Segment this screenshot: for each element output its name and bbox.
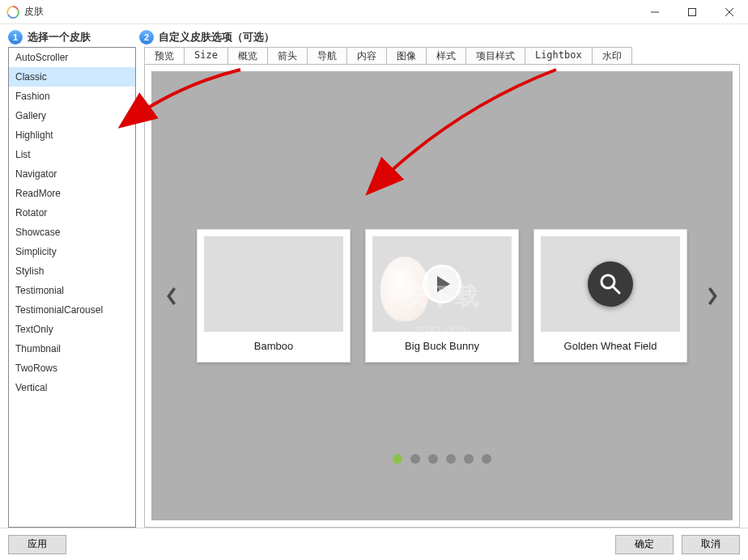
skin-item[interactable]: Highlight xyxy=(9,125,135,145)
app-icon xyxy=(6,6,19,19)
step-two-badge: 2 xyxy=(139,30,154,45)
apply-button[interactable]: 应用 xyxy=(8,535,66,554)
cancel-button[interactable]: 取消 xyxy=(682,535,740,554)
skin-item[interactable]: TestimonialCarousel xyxy=(9,300,135,320)
tab[interactable]: 水印 xyxy=(592,47,632,64)
ok-button[interactable]: 确定 xyxy=(615,535,674,554)
tab[interactable]: 项目样式 xyxy=(465,47,525,64)
tab[interactable]: Size xyxy=(184,47,228,64)
card-caption: Big Buck Bunny xyxy=(372,340,512,355)
skin-item[interactable]: TwoRows xyxy=(9,358,135,378)
skin-item[interactable]: Rotator xyxy=(9,203,135,223)
step-header: 1 选择一个皮肤 2 自定义皮肤选项（可选） xyxy=(0,24,748,47)
carousel-dot[interactable] xyxy=(446,454,456,464)
carousel-dot[interactable] xyxy=(464,454,474,464)
carousel-dot[interactable] xyxy=(410,454,420,464)
tab[interactable]: Lightbox xyxy=(525,47,593,64)
window-title: 皮肤 xyxy=(24,5,44,19)
carousel-card[interactable]: Golden Wheat Field xyxy=(533,229,687,363)
skin-item[interactable]: Fashion xyxy=(9,87,135,106)
skin-item[interactable]: List xyxy=(9,145,135,164)
skin-item[interactable]: Thumbnail xyxy=(9,339,135,358)
step-two-label: 自定义皮肤选项（可选） xyxy=(159,30,274,45)
card-caption: Golden Wheat Field xyxy=(541,340,680,355)
skin-item[interactable]: ReadMore xyxy=(9,184,135,203)
tab[interactable]: 样式 xyxy=(426,47,466,64)
skin-item[interactable]: Vertical xyxy=(9,378,135,397)
skin-item[interactable]: Navigator xyxy=(9,164,135,184)
step-one-badge: 1 xyxy=(8,30,23,45)
titlebar: 皮肤 xyxy=(0,0,748,24)
footer: 应用 确定 取消 xyxy=(0,528,748,560)
preview-canvas: Bamboo Big Buck Bunny xyxy=(151,71,733,520)
preview-area: Bamboo Big Buck Bunny xyxy=(144,65,740,528)
carousel-dot[interactable] xyxy=(393,454,402,464)
play-icon xyxy=(423,265,461,303)
carousel-dot[interactable] xyxy=(428,454,438,464)
skin-item[interactable]: Gallery xyxy=(9,106,135,125)
skin-list[interactable]: AutoScrollerClassicFashionGalleryHighlig… xyxy=(8,47,136,528)
carousel-dot[interactable] xyxy=(482,454,491,464)
tab-bar: 预览Size概览箭头导航内容图像样式项目样式Lightbox水印 xyxy=(144,47,740,65)
skin-item[interactable]: Showcase xyxy=(9,223,135,242)
tab[interactable]: 概览 xyxy=(227,47,268,64)
card-caption: Bamboo xyxy=(204,340,343,355)
skin-item[interactable]: Simplicity xyxy=(9,242,135,261)
svg-line-6 xyxy=(613,286,619,293)
thumbnail-image xyxy=(204,236,343,332)
maximize-button[interactable] xyxy=(674,0,711,24)
carousel-card[interactable]: Big Buck Bunny xyxy=(365,229,519,363)
skin-item[interactable]: TextOnly xyxy=(9,320,135,339)
thumbnail-image xyxy=(372,236,512,332)
tab[interactable]: 预览 xyxy=(144,47,185,64)
tab[interactable]: 导航 xyxy=(307,47,347,64)
thumbnail-image xyxy=(541,236,680,332)
minimize-button[interactable] xyxy=(636,0,674,24)
svg-rect-2 xyxy=(689,8,696,15)
skin-item[interactable]: Testimonial xyxy=(9,281,135,300)
skin-item[interactable]: Classic xyxy=(9,67,135,87)
close-button[interactable] xyxy=(711,0,748,24)
carousel-dots xyxy=(393,454,491,464)
tab[interactable]: 内容 xyxy=(346,47,387,64)
tab[interactable]: 图像 xyxy=(386,47,427,64)
carousel-prev-button[interactable] xyxy=(159,280,184,312)
step-one-label: 选择一个皮肤 xyxy=(28,30,91,45)
skin-item[interactable]: Stylish xyxy=(9,261,135,281)
carousel-card[interactable]: Bamboo xyxy=(197,229,351,363)
tab[interactable]: 箭头 xyxy=(267,47,308,64)
carousel-cards: Bamboo Big Buck Bunny xyxy=(197,229,687,363)
carousel-next-button[interactable] xyxy=(700,280,725,312)
magnify-icon xyxy=(588,261,633,307)
annotation-arrow-icon xyxy=(354,62,564,199)
skin-item[interactable]: AutoScroller xyxy=(9,48,135,67)
